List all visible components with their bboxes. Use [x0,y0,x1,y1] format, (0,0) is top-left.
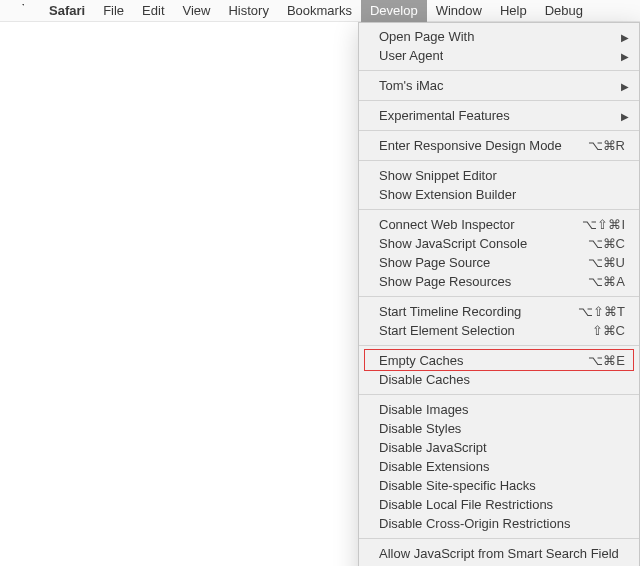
menu-item-disable-local-file-restrictions[interactable]: Disable Local File Restrictions [359,495,639,514]
menu-item-experimental-features[interactable]: Experimental Features▶ [359,106,639,125]
menu-item-connect-web-inspector[interactable]: Connect Web Inspector⌥⇧⌘I [359,215,639,234]
menu-item-disable-site-specific-hacks[interactable]: Disable Site-specific Hacks [359,476,639,495]
menu-item-shortcut: ⌥⌘U [588,253,625,272]
menubar: SafariFileEditViewHistoryBookmarksDevelo… [0,0,640,22]
menu-item-shortcut: ⌥⇧⌘I [582,215,625,234]
menu-item-label: Show Snippet Editor [379,166,497,185]
menu-item-label: Show Page Source [379,253,490,272]
submenu-arrow-icon: ▶ [621,27,629,46]
menu-separator [359,345,639,346]
menu-separator [359,70,639,71]
submenu-arrow-icon: ▶ [621,76,629,95]
menu-separator [359,130,639,131]
menu-item-label: Open Page With [379,27,474,46]
menu-item-label: User Agent [379,46,443,65]
menu-item-show-javascript-console[interactable]: Show JavaScript Console⌥⌘C [359,234,639,253]
menu-item-label: Disable Extensions [379,457,490,476]
menu-item-label: Disable Styles [379,419,461,438]
menu-item-show-extension-builder[interactable]: Show Extension Builder [359,185,639,204]
menu-separator [359,538,639,539]
menu-item-label: Experimental Features [379,106,510,125]
menu-item-label: Show Page Resources [379,272,511,291]
menu-separator [359,394,639,395]
menu-item-label: Show Extension Builder [379,185,516,204]
menu-item-show-page-source[interactable]: Show Page Source⌥⌘U [359,253,639,272]
menubar-item-file[interactable]: File [94,0,133,22]
menu-item-disable-cross-origin-restrictions[interactable]: Disable Cross-Origin Restrictions [359,514,639,533]
menubar-item-safari[interactable]: Safari [40,0,94,22]
menu-item-shortcut: ⌥⌘R [588,136,625,155]
menu-item-label: Disable Cross-Origin Restrictions [379,514,570,533]
apple-menu-icon[interactable] [14,4,28,18]
menu-item-disable-images[interactable]: Disable Images [359,400,639,419]
menu-item-shortcut: ⇧⌘C [592,321,625,340]
menu-item-label: Enter Responsive Design Mode [379,136,562,155]
menu-item-enter-responsive-design-mode[interactable]: Enter Responsive Design Mode⌥⌘R [359,136,639,155]
menu-item-disable-caches[interactable]: Disable Caches [359,370,639,389]
menu-item-allow-javascript-from-smart-search-field[interactable]: Allow JavaScript from Smart Search Field [359,544,639,563]
menu-item-shortcut: ⌥⌘C [588,234,625,253]
menu-separator [359,209,639,210]
menu-item-label: Connect Web Inspector [379,215,515,234]
menu-item-label: Allow JavaScript from Smart Search Field [379,544,619,563]
menu-item-label: Start Timeline Recording [379,302,521,321]
menu-item-label: Show JavaScript Console [379,234,527,253]
menu-item-label: Disable Caches [379,370,470,389]
menu-item-label: Start Element Selection [379,321,515,340]
menu-item-shortcut: ⌥⌘A [588,272,625,291]
menu-item-tom-s-imac[interactable]: Tom's iMac▶ [359,76,639,95]
menubar-item-history[interactable]: History [219,0,277,22]
submenu-arrow-icon: ▶ [621,106,629,125]
menubar-item-help[interactable]: Help [491,0,536,22]
menu-item-disable-javascript[interactable]: Disable JavaScript [359,438,639,457]
menu-item-disable-styles[interactable]: Disable Styles [359,419,639,438]
menubar-item-debug[interactable]: Debug [536,0,592,22]
develop-menu-dropdown: Open Page With▶User Agent▶Tom's iMac▶Exp… [358,22,640,566]
menu-item-open-page-with[interactable]: Open Page With▶ [359,27,639,46]
menu-item-shortcut: ⌥⌘E [588,351,625,370]
menu-item-label: Tom's iMac [379,76,444,95]
menu-item-start-timeline-recording[interactable]: Start Timeline Recording⌥⇧⌘T [359,302,639,321]
menubar-item-window[interactable]: Window [427,0,491,22]
menubar-item-develop[interactable]: Develop [361,0,427,22]
menu-separator [359,296,639,297]
menu-item-label: Disable JavaScript [379,438,487,457]
menu-item-label: Disable Local File Restrictions [379,495,553,514]
menu-separator [359,160,639,161]
menubar-item-edit[interactable]: Edit [133,0,173,22]
menu-separator [359,100,639,101]
menu-item-disable-extensions[interactable]: Disable Extensions [359,457,639,476]
menu-item-label: Disable Site-specific Hacks [379,476,536,495]
menu-item-show-page-resources[interactable]: Show Page Resources⌥⌘A [359,272,639,291]
menubar-item-view[interactable]: View [174,0,220,22]
menubar-item-bookmarks[interactable]: Bookmarks [278,0,361,22]
menu-item-user-agent[interactable]: User Agent▶ [359,46,639,65]
menu-item-start-element-selection[interactable]: Start Element Selection⇧⌘C [359,321,639,340]
menu-item-show-snippet-editor[interactable]: Show Snippet Editor [359,166,639,185]
menu-item-label: Disable Images [379,400,469,419]
menu-item-empty-caches[interactable]: Empty Caches⌥⌘E [359,351,639,370]
menu-item-label: Empty Caches [379,351,464,370]
submenu-arrow-icon: ▶ [621,46,629,65]
menu-item-shortcut: ⌥⇧⌘T [578,302,625,321]
